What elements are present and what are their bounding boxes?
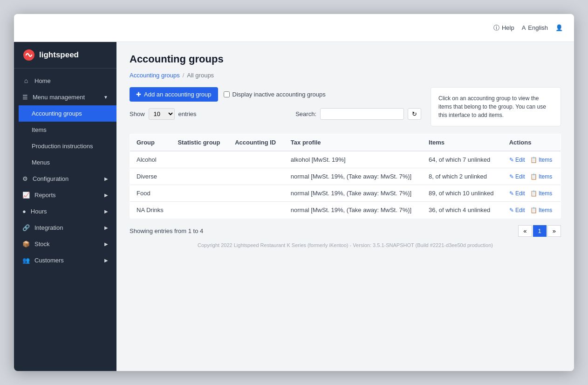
edit-link[interactable]: ✎ Edit (509, 190, 525, 197)
breadcrumb-separator: / (183, 72, 185, 79)
sidebar-item-items[interactable]: Items (19, 122, 116, 138)
cell-group: Alcohol (130, 151, 171, 168)
entries-label: entries (178, 110, 197, 117)
breadcrumb-root-link[interactable]: Accounting groups (130, 72, 180, 79)
cell-items: 89, of which 10 unlinked (422, 185, 503, 202)
chevron-right-icon2: ▶ (104, 192, 108, 198)
cell-accounting-id (228, 168, 284, 185)
cell-statistic-group (171, 185, 228, 202)
col-header-statistic-group: Statistic group (171, 134, 228, 151)
sidebar-item-menus[interactable]: Menus (19, 154, 116, 171)
items-link[interactable]: 📋 Items (530, 173, 553, 180)
cell-group: Diverse (130, 168, 171, 185)
integration-label: Integration (34, 224, 63, 231)
breadcrumb: Accounting groups / All groups (130, 72, 561, 79)
sidebar-item-configuration[interactable]: ⚙ Configuration ▶ (14, 171, 116, 187)
table-header: Group Statistic group Accounting ID Tax … (130, 134, 561, 151)
cell-group: NA Drinks (130, 202, 171, 219)
footer-text: Copyright 2022 Lightspeed Restaurant K S… (198, 242, 493, 248)
pagination-area: Showing entries from 1 to 4 « 1 » (130, 225, 561, 237)
inactive-label-text: Display inactive accounting groups (232, 91, 326, 98)
cell-actions: ✎ Edit 📋 Items (503, 151, 561, 168)
menu-management-label: Menu management (33, 94, 85, 101)
user-icon: 👤 (555, 24, 563, 31)
inactive-checkbox-label[interactable]: Display inactive accounting groups (224, 91, 326, 98)
sidebar-group-header-menu-management[interactable]: ☰ Menu management ▼ (14, 89, 116, 105)
col-header-items: Items (422, 134, 503, 151)
edit-link[interactable]: ✎ Edit (509, 157, 525, 163)
chevron-right-icon6: ▶ (104, 258, 108, 263)
cell-tax-profile: alkohol [MwSt. 19%] (284, 151, 422, 168)
pagination-next-button[interactable]: » (547, 225, 561, 237)
sidebar-item-stock[interactable]: 📦 Stock ▶ (14, 236, 116, 252)
inactive-checkbox[interactable] (224, 91, 230, 97)
sidebar-item-integration[interactable]: 🔗 Integration ▶ (14, 220, 116, 236)
language-button[interactable]: A English (522, 24, 548, 31)
sidebar: lightspeed ⌂ Home ☰ Menu management ▼ (14, 42, 116, 371)
accounting-groups-label: Accounting groups (32, 110, 82, 117)
cell-tax-profile: normal [MwSt. 19%, (Take away: MwSt. 7%)… (284, 168, 422, 185)
pagination-prev-button[interactable]: « (518, 225, 532, 237)
refresh-button[interactable]: ↻ (408, 108, 421, 120)
pagination-info: Showing entries from 1 to 4 (130, 227, 203, 234)
sidebar-item-hours[interactable]: ● Hours ▶ (14, 203, 116, 220)
logo-text: lightspeed (39, 50, 79, 60)
hours-icon: ● (22, 208, 26, 215)
customers-icon: 👥 (22, 257, 30, 264)
col-header-actions: Actions (503, 134, 561, 151)
reports-label: Reports (34, 192, 56, 199)
sidebar-item-customers[interactable]: 👥 Customers ▶ (14, 252, 116, 268)
show-entries: Show 10 25 50 100 entries (130, 108, 197, 120)
user-button[interactable]: 👤 (555, 24, 563, 31)
sidebar-item-home-label: Home (34, 77, 51, 84)
page-title: Accounting groups (130, 53, 561, 65)
sidebar-item-reports[interactable]: 📈 Reports ▶ (14, 187, 116, 203)
col-header-accounting-id: Accounting ID (228, 134, 284, 151)
menu-management-icon: ☰ (22, 94, 28, 101)
menus-label: Menus (32, 159, 50, 166)
integration-icon: 🔗 (22, 224, 30, 231)
pagination-buttons: « 1 » (518, 225, 561, 237)
sidebar-item-accounting-groups[interactable]: Accounting groups (19, 105, 116, 122)
topbar: ⓘ Help A English 👤 (14, 14, 574, 42)
help-icon: ⓘ (493, 24, 499, 32)
cell-group: Food (130, 185, 171, 202)
add-btn-label: Add an accounting group (144, 91, 212, 98)
main-content: Accounting groups Accounting groups / Al… (116, 42, 574, 371)
sidebar-item-home[interactable]: ⌂ Home (14, 72, 116, 89)
table-row: Food normal [MwSt. 19%, (Take away: MwSt… (130, 185, 561, 202)
reports-icon: 📈 (22, 192, 30, 199)
add-accounting-group-button[interactable]: ✚ Add an accounting group (130, 87, 218, 102)
edit-link[interactable]: ✎ Edit (509, 173, 525, 180)
items-link[interactable]: 📋 Items (530, 157, 553, 163)
items-label: Items (32, 126, 47, 133)
col-header-tax-profile: Tax profile (284, 134, 422, 151)
pagination-page-1[interactable]: 1 (533, 225, 547, 237)
info-box: Click on an accounting group to view the… (431, 87, 561, 126)
entries-select[interactable]: 10 25 50 100 (149, 108, 175, 120)
breadcrumb-current: All groups (187, 72, 214, 79)
logo: lightspeed (14, 42, 116, 69)
production-instructions-label: Production instructions (32, 143, 93, 150)
col-header-group: Group (130, 134, 171, 151)
sidebar-nav: ⌂ Home ☰ Menu management ▼ Accounting gr… (14, 69, 116, 371)
items-link[interactable]: 📋 Items (530, 190, 553, 197)
cell-items: 64, of which 7 unlinked (422, 151, 503, 168)
cell-tax-profile: normal [MwSt. 19%, (Take away: MwSt. 7%)… (284, 185, 422, 202)
table-row: Diverse normal [MwSt. 19%, (Take away: M… (130, 168, 561, 185)
table-body: Alcohol alkohol [MwSt. 19%] 64, of which… (130, 151, 561, 219)
sidebar-item-production-instructions[interactable]: Production instructions (19, 138, 116, 154)
search-input[interactable] (320, 108, 404, 120)
language-label: English (528, 24, 548, 31)
edit-link[interactable]: ✎ Edit (509, 207, 525, 213)
cell-tax-profile: normal [MwSt. 19%, (Take away: MwSt. 7%)… (284, 202, 422, 219)
cell-statistic-group (171, 151, 228, 168)
table-row: Alcohol alkohol [MwSt. 19%] 64, of which… (130, 151, 561, 168)
help-button[interactable]: ⓘ Help (493, 24, 514, 32)
items-link[interactable]: 📋 Items (530, 207, 553, 213)
logo-icon (22, 48, 35, 62)
info-box-text: Click on an accounting group to view the… (438, 95, 546, 118)
refresh-icon: ↻ (412, 110, 417, 117)
table-row: NA Drinks normal [MwSt. 19%, (Take away:… (130, 202, 561, 219)
footer: Copyright 2022 Lightspeed Restaurant K S… (130, 237, 561, 254)
